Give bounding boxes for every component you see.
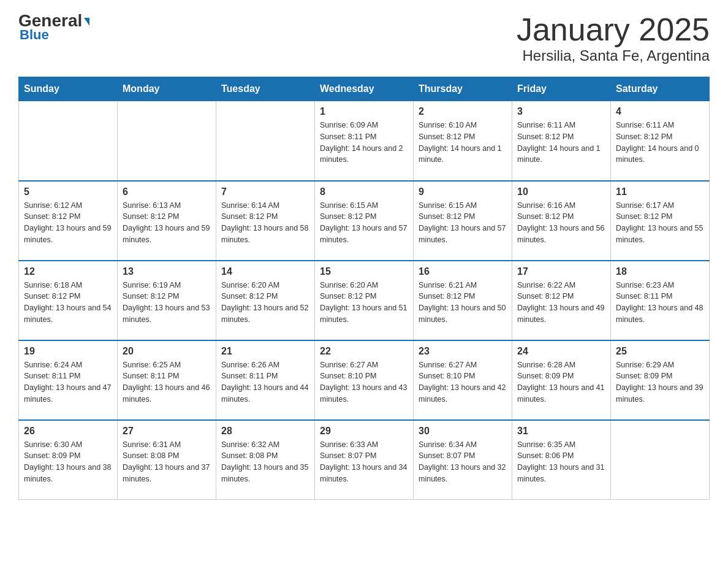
day-number: 12 <box>24 266 112 277</box>
day-info: Sunrise: 6:16 AM Sunset: 8:12 PM Dayligh… <box>517 200 605 246</box>
day-number: 24 <box>517 346 605 357</box>
calendar-day-cell: 4Sunrise: 6:11 AM Sunset: 8:12 PM Daylig… <box>611 101 710 181</box>
calendar-day-cell: 6Sunrise: 6:13 AM Sunset: 8:12 PM Daylig… <box>118 181 216 261</box>
day-number: 21 <box>221 346 309 357</box>
day-info: Sunrise: 6:32 AM Sunset: 8:08 PM Dayligh… <box>221 439 309 485</box>
day-info: Sunrise: 6:10 AM Sunset: 8:12 PM Dayligh… <box>419 120 507 166</box>
calendar-day-cell: 17Sunrise: 6:22 AM Sunset: 8:12 PM Dayli… <box>512 261 611 340</box>
calendar-header-row: SundayMondayTuesdayWednesdayThursdayFrid… <box>19 77 710 101</box>
logo-arrow-icon <box>84 18 89 26</box>
day-number: 9 <box>419 186 507 197</box>
day-number: 3 <box>517 106 605 117</box>
calendar-day-cell: 12Sunrise: 6:18 AM Sunset: 8:12 PM Dayli… <box>19 261 118 340</box>
calendar-day-cell: 22Sunrise: 6:27 AM Sunset: 8:10 PM Dayli… <box>315 340 414 420</box>
day-info: Sunrise: 6:18 AM Sunset: 8:12 PM Dayligh… <box>24 280 112 326</box>
day-number: 6 <box>123 186 211 197</box>
calendar-day-cell: 31Sunrise: 6:35 AM Sunset: 8:06 PM Dayli… <box>512 420 611 500</box>
day-info: Sunrise: 6:13 AM Sunset: 8:12 PM Dayligh… <box>123 200 211 246</box>
day-info: Sunrise: 6:20 AM Sunset: 8:12 PM Dayligh… <box>320 280 408 326</box>
col-header-saturday: Saturday <box>611 77 710 101</box>
day-number: 18 <box>616 266 704 277</box>
day-number: 23 <box>419 346 507 357</box>
calendar-day-cell: 1Sunrise: 6:09 AM Sunset: 8:11 PM Daylig… <box>315 101 414 181</box>
calendar-day-cell: 14Sunrise: 6:20 AM Sunset: 8:12 PM Dayli… <box>216 261 315 340</box>
day-number: 11 <box>616 186 704 197</box>
day-number: 31 <box>517 426 605 437</box>
day-number: 5 <box>24 186 112 197</box>
day-info: Sunrise: 6:28 AM Sunset: 8:09 PM Dayligh… <box>517 359 605 405</box>
calendar-day-cell: 11Sunrise: 6:17 AM Sunset: 8:12 PM Dayli… <box>611 181 710 261</box>
day-number: 29 <box>320 426 408 437</box>
day-info: Sunrise: 6:11 AM Sunset: 8:12 PM Dayligh… <box>517 120 605 166</box>
day-info: Sunrise: 6:34 AM Sunset: 8:07 PM Dayligh… <box>419 439 507 485</box>
day-info: Sunrise: 6:09 AM Sunset: 8:11 PM Dayligh… <box>320 120 408 166</box>
day-number: 15 <box>320 266 408 277</box>
day-number: 13 <box>123 266 211 277</box>
day-info: Sunrise: 6:15 AM Sunset: 8:12 PM Dayligh… <box>320 200 408 246</box>
calendar-day-cell: 23Sunrise: 6:27 AM Sunset: 8:10 PM Dayli… <box>414 340 512 420</box>
col-header-sunday: Sunday <box>19 77 118 101</box>
calendar-day-cell: 15Sunrise: 6:20 AM Sunset: 8:12 PM Dayli… <box>315 261 414 340</box>
day-number: 25 <box>616 346 704 357</box>
calendar-day-cell: 24Sunrise: 6:28 AM Sunset: 8:09 PM Dayli… <box>512 340 611 420</box>
day-info: Sunrise: 6:17 AM Sunset: 8:12 PM Dayligh… <box>616 200 704 246</box>
calendar-day-cell: 21Sunrise: 6:26 AM Sunset: 8:11 PM Dayli… <box>216 340 315 420</box>
calendar-day-cell: 28Sunrise: 6:32 AM Sunset: 8:08 PM Dayli… <box>216 420 315 500</box>
title-block: January 2025 Hersilia, Santa Fe, Argenti… <box>517 12 710 64</box>
calendar-day-cell: 10Sunrise: 6:16 AM Sunset: 8:12 PM Dayli… <box>512 181 611 261</box>
col-header-wednesday: Wednesday <box>315 77 414 101</box>
calendar-week-row: 19Sunrise: 6:24 AM Sunset: 8:11 PM Dayli… <box>19 340 710 420</box>
calendar-day-cell: 5Sunrise: 6:12 AM Sunset: 8:12 PM Daylig… <box>19 181 118 261</box>
col-header-tuesday: Tuesday <box>216 77 315 101</box>
day-number: 26 <box>24 426 112 437</box>
day-info: Sunrise: 6:29 AM Sunset: 8:09 PM Dayligh… <box>616 359 704 405</box>
logo-text-bottom: Blue <box>18 27 49 43</box>
page-header: General Blue January 2025 Hersilia, Sant… <box>18 12 710 64</box>
day-number: 1 <box>320 106 408 117</box>
calendar-day-cell: 30Sunrise: 6:34 AM Sunset: 8:07 PM Dayli… <box>414 420 512 500</box>
calendar-day-cell: 20Sunrise: 6:25 AM Sunset: 8:11 PM Dayli… <box>118 340 216 420</box>
logo: General Blue <box>18 12 89 43</box>
day-info: Sunrise: 6:25 AM Sunset: 8:11 PM Dayligh… <box>123 359 211 405</box>
calendar-day-cell: 13Sunrise: 6:19 AM Sunset: 8:12 PM Dayli… <box>118 261 216 340</box>
day-info: Sunrise: 6:15 AM Sunset: 8:12 PM Dayligh… <box>419 200 507 246</box>
calendar-day-cell: 26Sunrise: 6:30 AM Sunset: 8:09 PM Dayli… <box>19 420 118 500</box>
day-number: 7 <box>221 186 309 197</box>
day-number: 8 <box>320 186 408 197</box>
calendar-day-cell <box>19 101 118 181</box>
calendar-day-cell <box>611 420 710 500</box>
day-number: 2 <box>419 106 507 117</box>
day-number: 28 <box>221 426 309 437</box>
calendar-week-row: 26Sunrise: 6:30 AM Sunset: 8:09 PM Dayli… <box>19 420 710 500</box>
col-header-friday: Friday <box>512 77 611 101</box>
col-header-thursday: Thursday <box>414 77 512 101</box>
day-number: 30 <box>419 426 507 437</box>
day-number: 17 <box>517 266 605 277</box>
calendar-table: SundayMondayTuesdayWednesdayThursdayFrid… <box>18 77 710 500</box>
day-number: 22 <box>320 346 408 357</box>
calendar-day-cell: 3Sunrise: 6:11 AM Sunset: 8:12 PM Daylig… <box>512 101 611 181</box>
day-info: Sunrise: 6:19 AM Sunset: 8:12 PM Dayligh… <box>123 280 211 326</box>
calendar-week-row: 1Sunrise: 6:09 AM Sunset: 8:11 PM Daylig… <box>19 101 710 181</box>
day-info: Sunrise: 6:27 AM Sunset: 8:10 PM Dayligh… <box>419 359 507 405</box>
calendar-week-row: 12Sunrise: 6:18 AM Sunset: 8:12 PM Dayli… <box>19 261 710 340</box>
day-info: Sunrise: 6:27 AM Sunset: 8:10 PM Dayligh… <box>320 359 408 405</box>
col-header-monday: Monday <box>118 77 216 101</box>
day-info: Sunrise: 6:33 AM Sunset: 8:07 PM Dayligh… <box>320 439 408 485</box>
day-info: Sunrise: 6:26 AM Sunset: 8:11 PM Dayligh… <box>221 359 309 405</box>
calendar-day-cell: 29Sunrise: 6:33 AM Sunset: 8:07 PM Dayli… <box>315 420 414 500</box>
calendar-day-cell: 8Sunrise: 6:15 AM Sunset: 8:12 PM Daylig… <box>315 181 414 261</box>
day-info: Sunrise: 6:24 AM Sunset: 8:11 PM Dayligh… <box>24 359 112 405</box>
calendar-day-cell: 19Sunrise: 6:24 AM Sunset: 8:11 PM Dayli… <box>19 340 118 420</box>
page-title: January 2025 <box>517 12 710 47</box>
day-info: Sunrise: 6:21 AM Sunset: 8:12 PM Dayligh… <box>419 280 507 326</box>
calendar-day-cell: 2Sunrise: 6:10 AM Sunset: 8:12 PM Daylig… <box>414 101 512 181</box>
day-info: Sunrise: 6:20 AM Sunset: 8:12 PM Dayligh… <box>221 280 309 326</box>
calendar-day-cell: 7Sunrise: 6:14 AM Sunset: 8:12 PM Daylig… <box>216 181 315 261</box>
day-info: Sunrise: 6:11 AM Sunset: 8:12 PM Dayligh… <box>616 120 704 166</box>
calendar-day-cell: 27Sunrise: 6:31 AM Sunset: 8:08 PM Dayli… <box>118 420 216 500</box>
day-number: 14 <box>221 266 309 277</box>
day-number: 19 <box>24 346 112 357</box>
calendar-day-cell: 18Sunrise: 6:23 AM Sunset: 8:11 PM Dayli… <box>611 261 710 340</box>
day-info: Sunrise: 6:35 AM Sunset: 8:06 PM Dayligh… <box>517 439 605 485</box>
